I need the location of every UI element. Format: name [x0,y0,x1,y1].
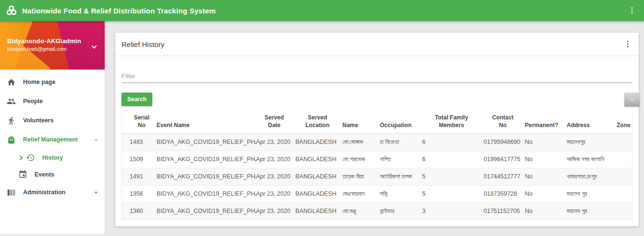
table-cell: 6 [422,151,484,168]
sidebar-item-label: Administration [23,189,65,196]
table-cell: Apr 23, 2020 [256,151,295,168]
table-cell: No [525,185,567,202]
table-cell: খামারপাড়া,রংপুর [567,168,617,185]
table-cell [617,134,632,151]
column-header: Event Name [157,112,256,134]
table-cell: 01996417775 [484,151,525,168]
people-icon [7,97,16,106]
table-cell: Apr 23, 2020 [256,134,295,151]
table-cell: মহাদেব পুর [567,185,617,202]
table-cell: 1491 [122,168,157,185]
table-cell: 5 [422,185,484,202]
language-tab[interactable]: অ [624,93,640,106]
sidebar-item-label: People [23,98,43,105]
table-cell: Apr 23, 2020 [256,185,295,202]
sidebar-item-home[interactable]: Home page [0,72,105,92]
table-cell: মোঃকোরবান [342,185,380,202]
kebab-icon [623,40,632,48]
sidebar-item-volunteers[interactable]: Volunteers [0,111,105,130]
card-menu-button[interactable] [621,38,634,50]
column-header: Served Location [295,112,342,134]
app-title: Nationwide Food & Relief Distribution Tr… [22,7,216,15]
table-cell: চা বিক্রেতা [380,134,422,151]
sidebar-item-label: History [42,154,63,161]
table-cell [617,202,632,220]
table-cell: তারেক মিয়া [342,168,380,185]
person-walking-icon [7,116,16,125]
main-area: Relief History Search Serial NoEve [105,21,644,236]
table-cell: মো:মঞ্জু [342,202,380,220]
sidebar-item-administration[interactable]: Administration + [0,183,105,202]
expand-toggle[interactable]: + [94,189,98,196]
app-logo-icon [6,5,17,16]
table-cell: 01751152705 [484,202,525,220]
relief-bag-icon [7,135,16,144]
search-button[interactable]: Search [122,93,152,106]
table-cell: 1483 [122,134,157,151]
table-cell: BANGLADESH [295,151,342,168]
table-cell: 1360 [122,202,157,220]
table-body: 1483BIDYA_AKG_COVID19_RELIEF_PHASE1Apr 2… [122,134,632,220]
table-cell: 0187359728 [484,185,525,202]
table-row: 1509BIDYA_AKG_COVID19_RELIEF_PHASE1Apr 2… [122,151,632,168]
kebab-icon [628,6,636,15]
table-cell: BIDYA_AKG_COVID19_RELIEF_PHASE1 [157,202,256,220]
relief-history-card: Relief History Search Serial NoEve [115,33,639,226]
table-cell: মহাদেবপুর [567,134,617,151]
page-title: Relief History [122,40,164,48]
active-arrow-icon [18,155,24,161]
table-cell: Apr 23, 2020 [256,168,295,185]
card-header: Relief History [115,33,639,56]
table-row: 1491BIDYA_AKG_COVID19_RELIEF_PHASE1Apr 2… [122,168,632,185]
column-header: Serial No [122,112,157,134]
table-cell: No [525,202,567,220]
column-header: Zone [617,112,632,134]
sidebar-item-label: Relief Management [23,136,78,143]
table-cell: অটোরিকশা চালক [380,168,422,185]
user-panel[interactable]: Bidyanondo-AKG\admin bhuiyan.hadi@gmail.… [0,21,105,70]
sidebar: Bidyanondo-AKG\admin bhuiyan.hadi@gmail.… [0,21,105,234]
table-cell: ড্রাইভার [380,202,422,220]
table-cell: মো:মোস্তাক [342,134,380,151]
sidebar-item-label: Home page [23,79,55,85]
table-cell: BANGLADESH [295,134,342,151]
table-row: 1356BIDYA_AKG_COVID19_RELIEF_PHASE1Apr 2… [122,185,632,202]
table-cell: BANGLADESH [295,202,342,220]
table-cell: 01795948690 [484,134,525,151]
sidebar-nav: Home page People Volunteers Relief Manag… [0,70,105,202]
collapse-toggle[interactable]: − [94,136,98,143]
sidebar-item-events[interactable]: Events [0,166,105,183]
table-cell: 3 [422,202,484,220]
table-cell: BIDYA_AKG_COVID19_RELIEF_PHASE1 [157,151,256,168]
table-cell: 1509 [122,151,157,168]
table-cell: No [525,168,567,185]
relief-table: Serial NoEvent NameServed DateServed Loc… [122,112,632,220]
table-cell: নাপিত [380,151,422,168]
history-icon [26,153,35,162]
chevron-down-icon[interactable] [90,43,98,51]
column-header: Total Family Members [422,112,484,134]
app-header: Nationwide Food & Relief Distribution Tr… [0,0,644,21]
table-cell: BANGLADESH [295,168,342,185]
table-cell [617,151,632,168]
user-email: bhuiyan.hadi@gmail.com [7,46,81,52]
sidebar-item-history[interactable]: History [0,149,105,166]
table-cell: No [525,151,567,168]
user-name: Bidyanondo-AKG\admin [7,37,81,45]
table-row: 1483BIDYA_AKG_COVID19_RELIEF_PHASE1Apr 2… [122,134,632,151]
table-cell: মহাদেব পুর [567,202,617,220]
column-header: Address [567,112,617,134]
sidebar-item-relief-management[interactable]: Relief Management − [0,130,105,149]
column-header: Occupation [380,112,422,134]
table-row: 1360BIDYA_AKG_COVID19_RELIEF_PHASE1Apr 2… [122,202,632,220]
table-cell: 1356 [122,185,157,202]
filter-input[interactable] [122,71,632,83]
column-header: Permanent? [525,112,567,134]
sidebar-item-people[interactable]: People [0,92,105,111]
sidebar-item-label: Volunteers [23,117,54,124]
table-cell: BANGLADESH [295,185,342,202]
home-icon [7,78,16,87]
table-cell: BIDYA_AKG_COVID19_RELIEF_PHASE1 [157,134,256,151]
header-menu-button[interactable] [626,4,638,17]
table-container: Serial NoEvent NameServed DateServed Loc… [122,112,632,220]
